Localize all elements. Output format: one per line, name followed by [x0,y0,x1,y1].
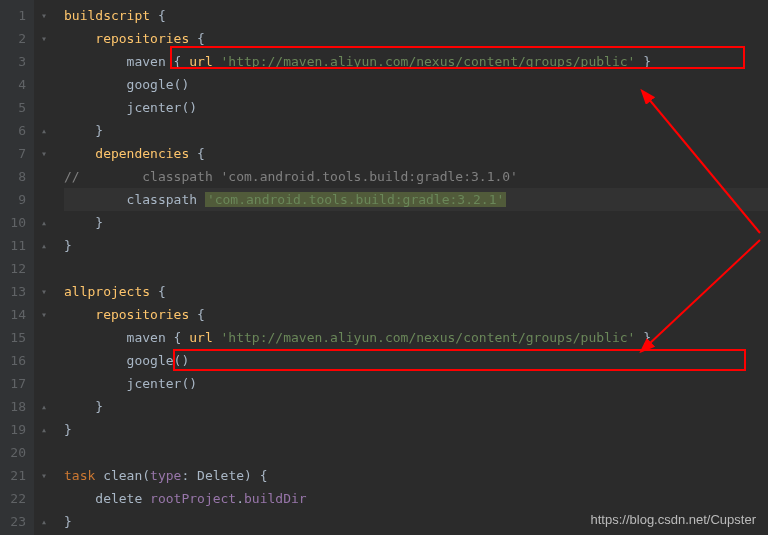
line-number: 17 [0,372,26,395]
code-line[interactable]: } [64,395,768,418]
fold-toggle-icon[interactable]: ▾ [34,464,54,487]
line-number: 20 [0,441,26,464]
line-number: 12 [0,257,26,280]
line-number: 6 [0,119,26,142]
line-number: 4 [0,73,26,96]
fold-toggle-icon[interactable]: ▴ [34,510,54,533]
fold-toggle-icon[interactable]: ▴ [34,119,54,142]
code-line[interactable]: task clean(type: Delete) { [64,464,768,487]
line-number: 10 [0,211,26,234]
line-number: 19 [0,418,26,441]
code-line[interactable] [64,257,768,280]
fold-toggle-icon[interactable]: ▴ [34,211,54,234]
code-editor[interactable]: 1 2 3 4 5 6 7 8 9 10 11 12 13 14 15 16 1… [0,0,768,535]
code-line[interactable]: repositories { [64,303,768,326]
line-number: 2 [0,27,26,50]
line-number: 11 [0,234,26,257]
code-line[interactable]: allprojects { [64,280,768,303]
fold-toggle-icon[interactable]: ▾ [34,303,54,326]
line-number: 5 [0,96,26,119]
fold-toggle-icon[interactable]: ▴ [34,395,54,418]
code-line[interactable]: maven { url 'http://maven.aliyun.com/nex… [64,326,768,349]
fold-toggle-icon[interactable]: ▾ [34,280,54,303]
line-number: 18 [0,395,26,418]
code-line[interactable]: repositories { [64,27,768,50]
line-number: 13 [0,280,26,303]
code-line[interactable]: google() [64,73,768,96]
line-number: 14 [0,303,26,326]
code-area[interactable]: buildscript { repositories { maven { url… [54,0,768,535]
line-number: 3 [0,50,26,73]
watermark-text: https://blog.csdn.net/Cupster [591,512,756,527]
line-number: 23 [0,510,26,533]
line-number: 9 [0,188,26,211]
fold-toggle-icon[interactable]: ▾ [34,27,54,50]
code-line[interactable]: // classpath 'com.android.tools.build:gr… [64,165,768,188]
line-number: 7 [0,142,26,165]
code-line[interactable]: maven { url 'http://maven.aliyun.com/nex… [64,50,768,73]
line-number-gutter: 1 2 3 4 5 6 7 8 9 10 11 12 13 14 15 16 1… [0,0,34,535]
line-number: 1 [0,4,26,27]
line-number: 8 [0,165,26,188]
code-line[interactable]: } [64,211,768,234]
code-line[interactable]: } [64,119,768,142]
code-line[interactable]: } [64,234,768,257]
fold-toggle-icon[interactable]: ▴ [34,234,54,257]
code-line[interactable]: } [64,418,768,441]
fold-gutter: ▾ ▾ ▴ ▾ ▴ ▴ ▾ ▾ ▴ ▴ ▾ ▴ [34,0,54,535]
code-line[interactable] [64,441,768,464]
line-number: 22 [0,487,26,510]
line-number: 16 [0,349,26,372]
fold-toggle-icon[interactable]: ▴ [34,418,54,441]
code-line[interactable]: jcenter() [64,372,768,395]
fold-toggle-icon[interactable]: ▾ [34,142,54,165]
line-number: 15 [0,326,26,349]
fold-toggle-icon[interactable]: ▾ [34,4,54,27]
code-line[interactable]: delete rootProject.buildDir [64,487,768,510]
code-line[interactable]: buildscript { [64,4,768,27]
code-line-current[interactable]: classpath 'com.android.tools.build:gradl… [64,188,768,211]
code-line[interactable]: dependencies { [64,142,768,165]
code-line[interactable]: google() [64,349,768,372]
line-number: 21 [0,464,26,487]
code-line[interactable]: jcenter() [64,96,768,119]
